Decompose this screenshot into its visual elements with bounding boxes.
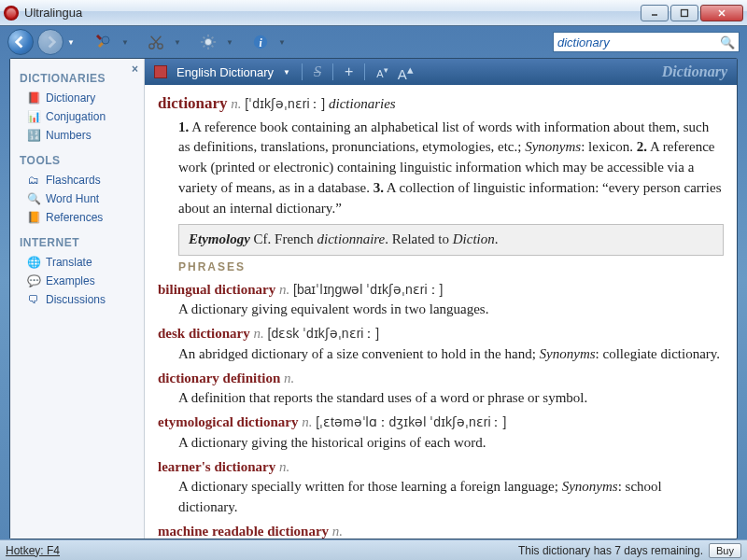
phrase-pron: [ˌɛtəməˈlɑ ː dʒɪkəl ˈdɪkʃəˌnɛri ː ] (316, 414, 506, 429)
phrase-word: bilingual dictionary (158, 282, 275, 297)
phrase-word: etymological dictionary (158, 414, 298, 429)
gear-dropdown[interactable]: ▼ (226, 38, 235, 47)
back-button[interactable] (7, 29, 34, 55)
phrase-pos: n. (332, 524, 343, 539)
close-button[interactable] (700, 5, 743, 21)
phrases-heading: PHRASES (178, 259, 724, 275)
tools-icon[interactable] (93, 32, 114, 52)
plural-form: dictionaries (329, 96, 396, 111)
add-button[interactable]: + (345, 63, 353, 80)
phrase-definition: An abridged dictionary of a size conveni… (158, 344, 724, 365)
font-smaller-button[interactable]: A▾ (376, 64, 388, 79)
forward-button[interactable] (37, 29, 63, 55)
main-panel: × DICTIONARIES📕Dictionary📊Conjugation🔢Nu… (9, 58, 738, 539)
dictionary-selector-dropdown[interactable]: ▼ (283, 68, 290, 77)
content-toolbar: English Dictionary ▼ S + A▾ A▴ Dictionar… (145, 59, 737, 85)
hotkey-label[interactable]: Hotkey: F4 (6, 544, 60, 557)
scissors-icon[interactable] (146, 32, 166, 52)
etymology-box: Etymology Cf. French dictionnaire. Relat… (178, 224, 724, 256)
sidebar-item-icon: 🔍 (27, 192, 40, 205)
book-icon (154, 65, 167, 78)
phrase-pos: n. (254, 326, 264, 341)
sidebar-item-examples[interactable]: 💬Examples (10, 272, 144, 290)
content-area: English Dictionary ▼ S + A▾ A▴ Dictionar… (145, 59, 737, 539)
separator (332, 63, 333, 80)
phrase-entry: etymological dictionary n. [ˌɛtəməˈlɑ ː … (158, 413, 724, 454)
status-bar: Hotkey: F4 This dictionary has 7 days re… (0, 539, 747, 560)
mode-label: Dictionary (662, 63, 727, 80)
sidebar-item-label: Word Hunt (46, 192, 99, 205)
phrase-pos: n. (279, 282, 289, 297)
sidebar-close-icon[interactable]: × (132, 63, 138, 76)
sidebar-item-numbers[interactable]: 🔢Numbers (10, 126, 144, 145)
sidebar-item-discussions[interactable]: 🗨Discussions (10, 290, 144, 309)
headword: dictionary (158, 94, 228, 112)
search-box[interactable]: 🔍 (553, 32, 740, 52)
separator (364, 63, 365, 80)
sidebar-item-label: Conjugation (46, 110, 106, 123)
sidebar-item-label: Flashcards (46, 174, 101, 187)
nav-dropdown[interactable]: ▼ (67, 38, 77, 47)
sidebar-item-icon: 🔢 (27, 129, 40, 142)
sidebar-item-icon: 📊 (27, 110, 40, 123)
font-larger-button[interactable]: A▴ (398, 63, 414, 82)
phrase-definition: A dictionary giving equivalent words in … (158, 300, 724, 320)
search-input[interactable] (557, 35, 720, 49)
phrase-entry: bilingual dictionary n. [baɪˈlɪŋgwəl ˈdɪ… (158, 280, 724, 321)
phrase-entry: dictionary definition n.A definition tha… (158, 369, 724, 410)
buy-button[interactable]: Buy (709, 543, 741, 558)
sidebar-item-icon: 🗨 (27, 293, 40, 306)
headword-line: dictionary n. [ˈdɪkʃəˌnɛri ː ] dictionar… (158, 92, 724, 116)
phrase-word: learner's dictionary (158, 459, 275, 474)
sidebar-item-translate[interactable]: 🌐Translate (10, 253, 144, 272)
sidebar-item-dictionary[interactable]: 📕Dictionary (10, 89, 144, 107)
svg-line-12 (204, 37, 205, 39)
sidebar-item-flashcards[interactable]: 🗂Flashcards (10, 171, 144, 189)
separator (302, 63, 303, 80)
tools-dropdown[interactable]: ▼ (121, 38, 131, 47)
maximize-button[interactable] (670, 5, 698, 21)
sidebar-item-references[interactable]: 📙References (10, 208, 144, 227)
svg-point-4 (102, 36, 109, 44)
svg-line-13 (212, 46, 214, 48)
sidebar-item-wordhunt[interactable]: 🔍Word Hunt (10, 189, 144, 208)
search-icon[interactable]: 🔍 (720, 35, 735, 49)
sidebar-item-icon: 📙 (27, 211, 40, 224)
svg-rect-1 (682, 9, 688, 16)
sidebar-item-conjugation[interactable]: 📊Conjugation (10, 107, 144, 126)
sidebar-item-label: Numbers (46, 129, 92, 142)
svg-line-14 (204, 46, 205, 48)
phrase-definition: A dictionary giving the historical origi… (158, 433, 724, 454)
sidebar-heading: INTERNET (10, 227, 144, 253)
phrase-word: dictionary definition (158, 371, 280, 385)
scissors-dropdown[interactable]: ▼ (174, 38, 183, 47)
sidebar: × DICTIONARIES📕Dictionary📊Conjugation🔢Nu… (10, 59, 145, 539)
phrase-definition: A dictionary specially written for those… (158, 477, 724, 518)
entry-body[interactable]: dictionary n. [ˈdɪkʃəˌnɛri ː ] dictionar… (145, 85, 737, 539)
sidebar-item-label: Translate (46, 256, 92, 269)
toolbar: ▼ ▼ ▼ ▼ i ▼ 🔍 (0, 26, 747, 58)
minimize-button[interactable] (641, 5, 669, 21)
sidebar-item-icon: 📕 (27, 91, 40, 105)
phrase-definition: A definition that reports the standard u… (158, 388, 724, 409)
phrase-pos: n. (284, 371, 294, 385)
info-icon[interactable]: i (250, 32, 271, 52)
sidebar-heading: DICTIONARIES (10, 63, 144, 89)
app-icon (4, 6, 19, 21)
pronunciation: [ˈdɪkʃəˌnɛri ː ] (245, 96, 325, 111)
gear-icon[interactable] (198, 32, 218, 52)
phrase-pos: n. (302, 414, 312, 429)
sidebar-item-icon: 🗂 (27, 174, 40, 187)
info-dropdown[interactable]: ▼ (278, 38, 288, 47)
sidebar-item-label: Discussions (46, 293, 106, 306)
dictionary-selector-label[interactable]: English Dictionary (176, 65, 274, 79)
part-of-speech: n. (231, 96, 241, 111)
sidebar-item-label: References (46, 211, 103, 224)
sidebar-item-label: Dictionary (46, 91, 95, 105)
phrase-word: desk dictionary (158, 326, 250, 341)
trial-label: This dictionary has 7 days remaining. (518, 544, 703, 557)
strikethrough-button[interactable]: S (314, 63, 321, 80)
phrase-word: machine readable dictionary (158, 524, 329, 539)
phrase-entry: machine readable dictionary n.A machine-… (158, 522, 724, 539)
svg-point-7 (204, 38, 211, 45)
